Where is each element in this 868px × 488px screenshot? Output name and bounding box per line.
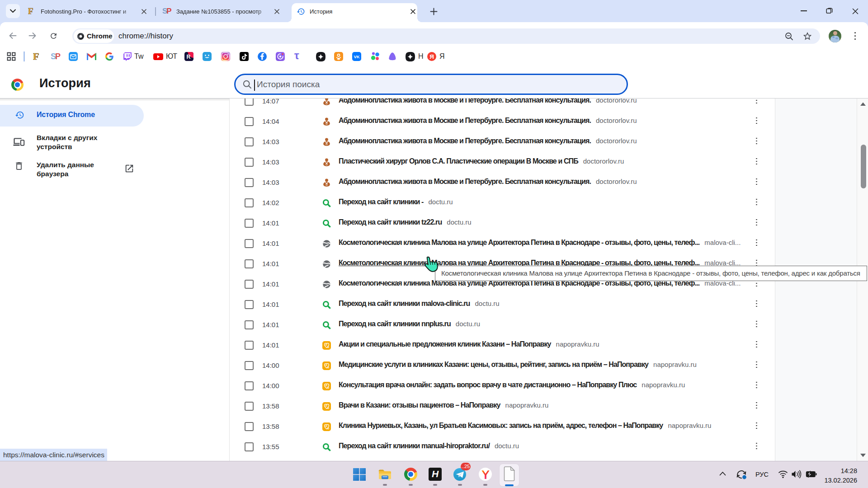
svg-text:Н: Н <box>326 343 327 346</box>
svg-text:Н: Н <box>326 404 327 407</box>
svg-text:F: F <box>28 7 33 16</box>
svg-text:Н: Н <box>326 363 327 366</box>
svg-text:Я: Я <box>429 53 434 60</box>
svg-text:R: R <box>187 54 191 60</box>
svg-text:Н: Н <box>326 384 327 386</box>
svg-text:Н: Н <box>326 424 327 427</box>
svg-text:F: F <box>33 52 39 61</box>
svg-text:VK: VK <box>354 54 359 59</box>
